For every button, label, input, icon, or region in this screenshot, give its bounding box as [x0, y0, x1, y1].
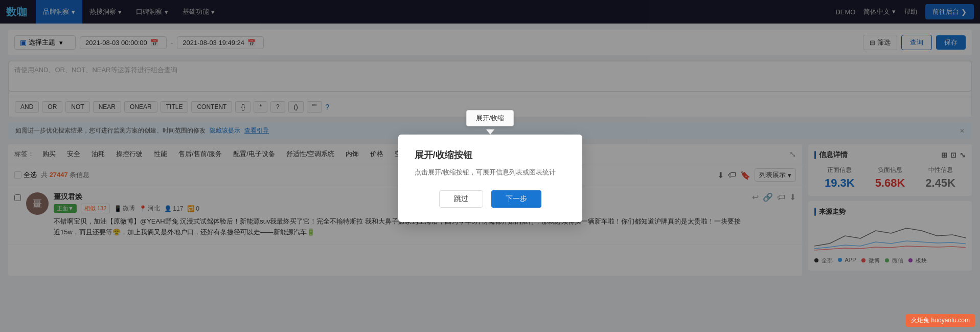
next-button[interactable]: 下一步: [491, 190, 541, 208]
overlay: 展开/收缩 展开/收缩按钮 点击展开/收缩按钮，可展开信息列表或图表统计 跳过 …: [0, 0, 980, 282]
modal-buttons: 跳过 下一步: [415, 190, 566, 208]
modal-dialog: 展开/收缩按钮 点击展开/收缩按钮，可展开信息列表或图表统计 跳过 下一步: [398, 135, 582, 222]
tooltip-bubble: 展开/收缩: [466, 110, 514, 126]
modal-title: 展开/收缩按钮: [415, 149, 566, 161]
skip-button[interactable]: 跳过: [439, 190, 483, 208]
tooltip-arrow: [486, 129, 494, 135]
modal-description: 点击展开/收缩按钮，可展开信息列表或图表统计: [415, 167, 566, 178]
